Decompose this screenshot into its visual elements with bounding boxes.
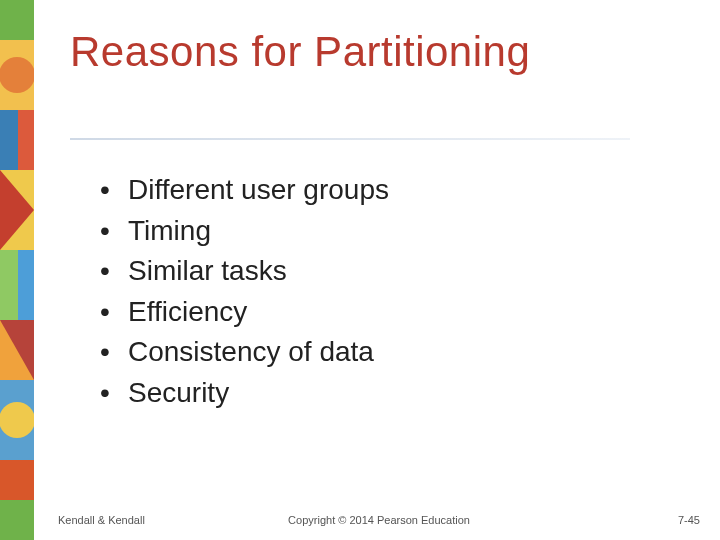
list-item: • Security [100,373,389,414]
list-item-label: Consistency of data [128,332,374,373]
bullet-icon: • [100,292,128,333]
bullet-icon: • [100,373,128,414]
footer-copyright: Copyright © 2014 Pearson Education [58,514,700,526]
bullet-icon: • [100,170,128,211]
bullet-icon: • [100,332,128,373]
list-item: • Similar tasks [100,251,389,292]
title-rule [70,138,630,140]
list-item: • Consistency of data [100,332,389,373]
bullet-icon: • [100,251,128,292]
footer-page-number: 7-45 [678,514,700,526]
list-item-label: Efficiency [128,292,247,333]
bullet-icon: • [100,211,128,252]
footer-author: Kendall & Kendall [58,514,145,526]
bullet-list: • Different user groups • Timing • Simil… [100,170,389,414]
list-item: • Timing [100,211,389,252]
list-item: • Different user groups [100,170,389,211]
list-item-label: Different user groups [128,170,389,211]
footer: Kendall & Kendall Copyright © 2014 Pears… [58,514,700,526]
slide-title: Reasons for Partitioning [70,28,530,76]
list-item: • Efficiency [100,292,389,333]
list-item-label: Security [128,373,229,414]
list-item-label: Timing [128,211,211,252]
list-item-label: Similar tasks [128,251,287,292]
slide: Reasons for Partitioning • Different use… [0,0,720,540]
